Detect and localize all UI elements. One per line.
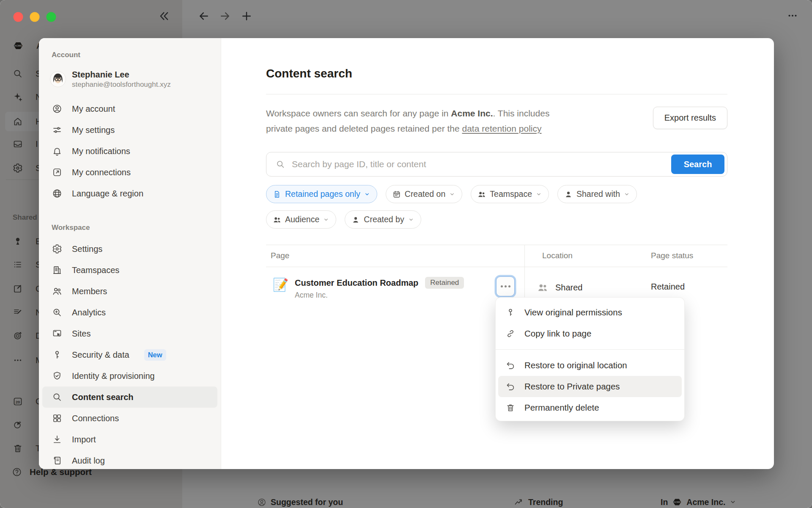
nav-item-settings[interactable]: Settings [42, 238, 217, 260]
avatar [50, 71, 66, 87]
person-circle-icon [52, 104, 62, 114]
link-icon [506, 329, 515, 338]
close-window-button[interactable] [14, 12, 23, 22]
chevron-down-icon [408, 217, 414, 223]
settings-nav: Account Stephanie Lee stephanie@toolsfor… [39, 38, 221, 469]
search-icon [276, 160, 285, 169]
filter-chip-created-on[interactable]: Created on [386, 185, 462, 203]
nav-item-language-region[interactable]: Language & region [42, 183, 217, 204]
zoom-window-button[interactable] [47, 12, 56, 22]
title-divider [266, 94, 727, 94]
external-link-icon [52, 167, 62, 177]
page-title-cell[interactable]: Customer Education Roadmap [295, 277, 418, 288]
filter-chip-retained-pages-only[interactable]: Retained pages only [266, 185, 377, 203]
chevron-down-icon [624, 191, 630, 197]
menu-item-restore-to-private-pages[interactable]: Restore to Private pages [498, 376, 682, 397]
column-header-location: Location [542, 251, 573, 260]
nav-item-import[interactable]: Import [42, 429, 217, 450]
data-retention-policy-link[interactable]: data retention policy [462, 124, 542, 133]
menu-item-permanently-delete[interactable]: Permanently delete [496, 397, 684, 418]
shield-check-icon [52, 371, 62, 381]
nav-item-security-data[interactable]: Security & dataNew [42, 344, 217, 365]
nav-item-identity-provisioning[interactable]: Identity & provisioning [42, 365, 217, 387]
page-title: Content search [266, 66, 727, 81]
workspace-name: Acme Inc. [451, 108, 493, 118]
key-icon [506, 308, 515, 317]
results-table: Page Location Page status 📝 Customer Edu… [266, 245, 727, 304]
page-status-cell: Retained [651, 282, 685, 292]
browser-cursor-icon [52, 329, 62, 339]
trash-icon [506, 403, 515, 412]
location-cell: Shared [537, 282, 583, 293]
menu-item-view-original-permissions[interactable]: View original permissions [496, 302, 684, 323]
row-more-button[interactable] [496, 276, 515, 296]
nav-item-analytics[interactable]: Analytics [42, 302, 217, 323]
filter-chip-shared-with[interactable]: Shared with [557, 185, 637, 203]
nav-item-my-notifications[interactable]: My notifications [42, 141, 217, 162]
person-icon [351, 215, 360, 224]
people-icon [477, 190, 486, 199]
filter-chip-created-by[interactable]: Created by [345, 210, 421, 229]
download-icon [52, 434, 62, 444]
chevron-down-icon [323, 217, 329, 223]
workspace-section-label: Workspace [39, 222, 221, 234]
page-workspace: Acme Inc. [295, 291, 464, 300]
retained-badge: Retained [425, 277, 464, 289]
magnifier-plus-icon [52, 307, 62, 318]
app-window: ACME A S N H I S Shared E S C N D M 20C … [0, 0, 812, 508]
globe-icon [52, 188, 62, 199]
settings-modal: Account Stephanie Lee stephanie@toolsfor… [39, 38, 774, 469]
nav-item-connections[interactable]: Connections [42, 408, 217, 429]
table-header: Page Location Page status [266, 245, 727, 267]
filter-chip-teamspace[interactable]: Teamspace [471, 185, 549, 203]
chevron-down-icon [536, 191, 542, 197]
chevron-down-icon [449, 191, 455, 197]
search-icon [52, 392, 62, 402]
people-icon [273, 215, 281, 224]
nav-item-my-account[interactable]: My account [42, 98, 217, 119]
scroll-icon [52, 456, 62, 466]
gear-icon [52, 244, 62, 254]
account-section-label: Account [39, 49, 221, 61]
nav-item-teamspaces[interactable]: Teamspaces [42, 260, 217, 281]
user-email: stephanie@toolsforthought.xyz [72, 80, 171, 89]
sliders-icon [52, 125, 62, 135]
filter-row-1: Retained pages only Created on Teamspace… [266, 185, 727, 203]
nav-item-my-connections[interactable]: My connections [42, 162, 217, 183]
menu-divider [496, 349, 684, 350]
grid-icon [52, 413, 62, 423]
menu-item-restore-to-original-location[interactable]: Restore to original location [496, 355, 684, 376]
nav-item-members[interactable]: Members [42, 281, 217, 302]
account-user-row[interactable]: Stephanie Lee stephanie@toolsforthought.… [42, 63, 217, 92]
page-emoji-icon: 📝 [273, 278, 288, 292]
nav-item-content-search[interactable]: Content search [42, 387, 217, 408]
chevron-down-icon [364, 191, 370, 197]
page-description: Workspace owners can search for any page… [266, 106, 638, 136]
people-icon [537, 282, 548, 293]
building-icon [52, 265, 62, 275]
filter-row-2: Audience Created by [266, 210, 727, 229]
column-header-page-status: Page status [651, 251, 693, 260]
person-icon [564, 190, 573, 199]
search-input[interactable] [291, 159, 671, 170]
menu-item-copy-link-to-page[interactable]: Copy link to page [496, 323, 684, 344]
filter-chip-audience[interactable]: Audience [266, 210, 336, 229]
bell-icon [52, 146, 62, 156]
search-button[interactable]: Search [671, 155, 724, 174]
people-icon [52, 286, 62, 296]
nav-item-sites[interactable]: Sites [42, 323, 217, 344]
nav-item-my-settings[interactable]: My settings [42, 119, 217, 141]
column-header-page: Page [271, 251, 289, 260]
row-context-menu: View original permissions Copy link to p… [496, 298, 684, 421]
undo-icon [506, 361, 515, 370]
undo-icon [506, 382, 515, 391]
file-text-icon [273, 190, 281, 199]
content-search-page: Content search Workspace owners can sear… [266, 38, 727, 304]
content-search-bar: Search [266, 152, 727, 177]
minimize-window-button[interactable] [30, 12, 40, 22]
export-results-button[interactable]: Export results [653, 107, 727, 129]
new-badge: New [144, 349, 166, 361]
calendar-icon [392, 190, 401, 199]
key-icon [52, 350, 62, 360]
nav-item-audit-log[interactable]: Audit log [42, 450, 217, 469]
